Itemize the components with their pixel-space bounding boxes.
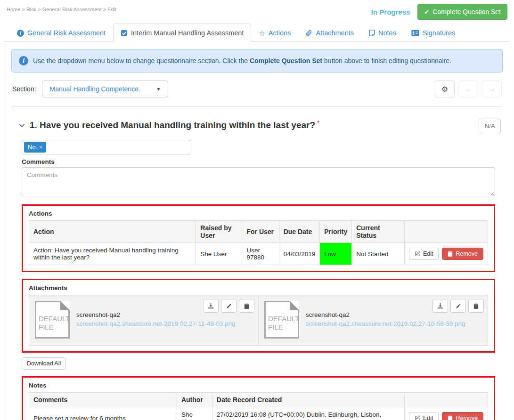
settings-button[interactable]: ⚙ xyxy=(435,81,455,97)
actions-section-label: Actions xyxy=(29,210,488,217)
attachments-section: Attachments DEFAULT FILE screenshot-qa2 … xyxy=(22,279,495,353)
action-cell: Action: Have you received Manual handlin… xyxy=(29,243,196,265)
download-attachment-button[interactable] xyxy=(432,299,448,313)
arrow-left-icon: ← xyxy=(465,85,472,93)
notes-section: Notes Comments Author Date Record Create… xyxy=(22,376,495,420)
column-header: Action xyxy=(29,221,196,243)
priority-cell: Low xyxy=(320,243,352,265)
tab-actions[interactable]: ☆ Actions xyxy=(251,24,298,42)
download-icon xyxy=(437,303,443,309)
edit-attachment-button[interactable] xyxy=(450,299,466,313)
for-user-cell: User 97880 xyxy=(242,243,279,265)
column-header: Date Record Created xyxy=(212,393,404,407)
row-buttons-cell: Edit Remove xyxy=(404,243,488,265)
id-card-icon xyxy=(411,30,419,36)
remove-note-button[interactable]: Remove xyxy=(442,412,483,420)
collapse-chevron-icon[interactable] xyxy=(19,122,25,129)
trash-icon xyxy=(244,303,249,309)
comments-label: Comments xyxy=(22,158,495,165)
download-icon xyxy=(208,303,214,309)
notes-table: Comments Author Date Record Created Plea… xyxy=(29,392,488,420)
delete-attachment-button[interactable] xyxy=(468,299,484,313)
attachment-buttons xyxy=(432,299,484,313)
trash-icon xyxy=(448,251,453,257)
comments-textarea[interactable] xyxy=(22,167,495,196)
tab-general-risk-assessment[interactable]: i General Risk Assessment xyxy=(9,24,113,42)
edit-icon xyxy=(415,251,420,257)
edit-attachment-button[interactable] xyxy=(221,299,237,313)
attachment-card: DEFAULT FILE screenshot-qa2 screenshot-q… xyxy=(29,295,258,345)
edit-action-button[interactable]: Edit xyxy=(409,248,439,260)
tab-bar: i General Risk Assessment Interim Manual… xyxy=(4,24,510,42)
section-dropdown[interactable]: Manual Handling Competence. ▾ xyxy=(42,81,168,97)
due-date-cell: 04/03/2019 xyxy=(279,243,320,265)
note-date-cell: 27/02/2019 16:08 (UTC+00:00) Dublin, Edi… xyxy=(212,407,404,420)
previous-section-button[interactable]: ← xyxy=(458,81,478,97)
answer-select-input[interactable]: No × xyxy=(22,140,191,154)
question-title-row: 1. Have you received Manual handling tra… xyxy=(19,119,501,133)
page-header: Home > Risk > General Risk Assessment > … xyxy=(4,0,510,22)
table-row: Action: Have you received Manual handlin… xyxy=(29,243,488,265)
column-header xyxy=(404,393,488,407)
delete-attachment-button[interactable] xyxy=(239,299,254,313)
note-comment-cell: Please set a review for 6 months xyxy=(29,407,177,420)
info-circle-icon: i xyxy=(17,30,24,37)
note-author-cell: She User xyxy=(177,407,212,420)
tab-signatures[interactable]: Signatures xyxy=(404,24,463,42)
page: Home > Risk > General Risk Assessment > … xyxy=(0,0,514,420)
info-alert-text: Use the dropdown menu below to change qu… xyxy=(33,57,451,65)
question-title: 1. Have you received Manual handling tra… xyxy=(30,119,319,131)
row-buttons-cell: Edit Remove xyxy=(404,407,488,420)
header-actions: In Progress ✔ Complete Question Set xyxy=(371,4,507,20)
column-header: Author xyxy=(177,393,212,407)
notes-header-row: Comments Author Date Record Created xyxy=(29,393,488,407)
section-row: Section: Manual Handling Competence. ▾ ⚙… xyxy=(12,81,502,97)
remove-action-button[interactable]: Remove xyxy=(442,248,483,260)
check-icon: ✔ xyxy=(424,8,429,16)
column-header: For User xyxy=(242,221,279,243)
download-all-button[interactable]: Download All xyxy=(22,357,66,370)
status-cell: Not Started xyxy=(352,243,405,265)
actions-section: Actions Action Raised by User For User D… xyxy=(22,204,495,272)
remove-tag-icon[interactable]: × xyxy=(39,144,43,151)
next-section-button[interactable]: → xyxy=(482,81,502,97)
column-header: Comments xyxy=(29,393,177,407)
attachments-strip: DEFAULT FILE screenshot-qa2 screenshot-q… xyxy=(29,295,488,346)
trash-icon xyxy=(473,303,479,309)
column-header: Priority xyxy=(320,221,352,243)
question-body: No × Comments Actions Action Raised by U… xyxy=(22,140,495,420)
attachment-card: DEFAULT FILE screenshot-qa2 screenshot-q… xyxy=(258,295,488,345)
breadcrumb[interactable]: Home > Risk > General Risk Assessment > … xyxy=(7,7,116,12)
na-button[interactable]: N/A xyxy=(479,119,501,133)
section-tools: ⚙ ← → xyxy=(435,81,502,97)
download-all-row: Download All xyxy=(22,357,488,370)
section-label: Section: xyxy=(12,85,36,93)
info-alert: i Use the dropdown menu below to change … xyxy=(11,49,503,73)
edit-note-button[interactable]: Edit xyxy=(409,412,439,420)
divider xyxy=(12,106,502,106)
info-circle-icon: i xyxy=(19,56,28,65)
attachments-section-label: Attachments xyxy=(29,284,488,291)
tab-notes[interactable]: Notes xyxy=(361,24,404,42)
download-attachment-button[interactable] xyxy=(203,299,219,313)
note-icon xyxy=(369,30,375,36)
attachment-link[interactable]: screenshot-qa2.sheassure.net-2019.02.27-… xyxy=(306,320,465,327)
complete-question-set-button[interactable]: ✔ Complete Question Set xyxy=(417,4,507,20)
tab-attachments[interactable]: Attachments xyxy=(298,24,361,42)
pencil-icon xyxy=(456,303,461,309)
table-row: Please set a review for 6 months She Use… xyxy=(29,407,488,420)
tab-panel: i Use the dropdown menu below to change … xyxy=(4,42,510,420)
gear-icon: ⚙ xyxy=(441,85,448,94)
pencil-icon xyxy=(226,303,232,309)
paperclip-icon xyxy=(306,30,312,36)
column-header: Raised by User xyxy=(196,221,242,243)
tab-interim-manual-handling-assessment[interactable]: Interim Manual Handling Assessment xyxy=(113,24,251,42)
default-file-icon: DEFAULT FILE xyxy=(35,301,70,339)
column-header xyxy=(404,221,488,243)
attachment-link[interactable]: screenshot-qa2.sheassure.net-2019.02.27-… xyxy=(76,320,235,327)
column-header: Current Status xyxy=(352,221,405,243)
arrow-right-icon: → xyxy=(488,85,496,93)
chevron-down-icon: ▾ xyxy=(157,86,160,92)
column-header: Due Date xyxy=(279,221,320,243)
answer-tag: No × xyxy=(24,142,46,153)
